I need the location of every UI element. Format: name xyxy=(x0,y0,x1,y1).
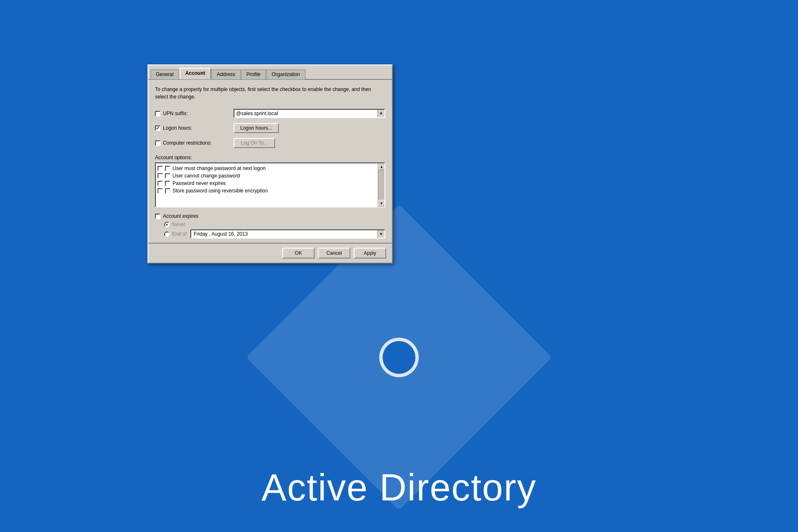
scroll-track xyxy=(378,170,384,200)
tab-account[interactable]: Account xyxy=(180,68,211,79)
list-item-1: User cannot change password xyxy=(158,172,376,180)
account-options-listbox: User must change password at next logon … xyxy=(155,163,385,207)
logon-hours-row: ✓ Logon hours: Logon hours... xyxy=(155,123,385,133)
inner-checkbox-3[interactable] xyxy=(165,188,170,194)
inner-checkbox-2[interactable] xyxy=(165,181,170,186)
outer-checkbox-1[interactable] xyxy=(158,173,163,179)
never-radio-row: ● Never xyxy=(164,222,385,227)
list-item-3: Store password using reversible encrypti… xyxy=(158,187,376,195)
outer-checkbox-2[interactable] xyxy=(158,181,163,186)
outer-checkbox-0[interactable] xyxy=(158,166,163,171)
upn-suffix-row: UPN suffix: @sales.sprint.local ▼ xyxy=(155,109,385,118)
tab-organization[interactable]: Organization xyxy=(266,69,305,79)
tab-address[interactable]: Address xyxy=(212,69,241,79)
list-items: User must change password at next logon … xyxy=(156,163,384,196)
list-item-text-2: Password never expires xyxy=(172,180,226,186)
ok-button[interactable]: OK xyxy=(282,248,315,259)
ad-logo-area: Active Directory xyxy=(0,241,798,532)
never-label: Never xyxy=(172,222,185,227)
expires-label: Account expires xyxy=(163,213,198,219)
expires-checkbox[interactable] xyxy=(155,214,160,219)
end-of-dropdown-arrow: ▼ xyxy=(377,230,384,238)
tab-profile[interactable]: Profile xyxy=(241,69,266,79)
tab-general[interactable]: General xyxy=(150,69,179,79)
inner-checkbox-1[interactable] xyxy=(165,173,170,179)
listbox-scrollbar: ▲ ▼ xyxy=(378,163,384,207)
end-of-radio-row: End of: Friday , August 16, 2013 ▼ xyxy=(164,229,385,239)
end-of-label: End of: xyxy=(172,231,188,237)
upn-dropdown[interactable]: @sales.sprint.local ▼ xyxy=(234,109,385,118)
computer-checkbox[interactable] xyxy=(155,140,160,146)
scroll-up-btn[interactable]: ▲ xyxy=(378,163,385,170)
logon-label: Logon hours: xyxy=(163,125,234,131)
tab-bar: General Account Address Profile Organiza… xyxy=(148,65,392,80)
apply-button[interactable]: Apply xyxy=(354,248,386,259)
account-expires-row: Account expires xyxy=(155,213,385,219)
computer-label: Computer restrictions: xyxy=(163,140,234,146)
brand-title: Active Directory xyxy=(261,466,537,509)
never-radio[interactable]: ● xyxy=(164,222,170,227)
outer-checkbox-3[interactable] xyxy=(158,188,163,194)
dialog-content: To change a property for multiple object… xyxy=(148,80,392,243)
ad-diamond-circle xyxy=(371,330,427,385)
log-on-to-button[interactable]: Log On To... xyxy=(234,138,275,148)
upn-checkbox[interactable] xyxy=(155,111,160,116)
logon-hours-button[interactable]: Logon hours... xyxy=(234,123,279,133)
list-item-text-0: User must change password at next logon xyxy=(172,165,266,171)
account-expires-section: Account expires ● Never End of: Friday ,… xyxy=(155,213,385,239)
upn-label: UPN suffix: xyxy=(163,111,234,116)
logon-checkbox[interactable]: ✓ xyxy=(155,126,160,131)
list-item-0: User must change password at next logon xyxy=(158,165,376,172)
scroll-down-btn[interactable]: ▼ xyxy=(378,200,385,207)
list-item-text-3: Store password using reversible encrypti… xyxy=(172,188,268,194)
button-bar: OK Cancel Apply xyxy=(148,243,392,263)
upn-dropdown-arrow: ▼ xyxy=(377,110,384,117)
instruction-text: To change a property for multiple object… xyxy=(155,86,385,101)
account-options-label: Account options: xyxy=(155,155,385,160)
computer-restrictions-row: Computer restrictions: Log On To... xyxy=(155,138,385,148)
upn-value: @sales.sprint.local xyxy=(234,111,377,116)
list-item-text-1: User cannot change password xyxy=(172,173,240,179)
end-of-value: Friday , August 16, 2013 xyxy=(191,231,377,237)
inner-checkbox-0[interactable] xyxy=(165,166,170,171)
end-of-radio[interactable] xyxy=(164,232,170,237)
cancel-button[interactable]: Cancel xyxy=(318,248,350,259)
list-item-2: Password never expires xyxy=(158,180,376,187)
end-of-dropdown[interactable]: Friday , August 16, 2013 ▼ xyxy=(190,229,385,239)
dialog-window: General Account Address Profile Organiza… xyxy=(148,64,393,264)
